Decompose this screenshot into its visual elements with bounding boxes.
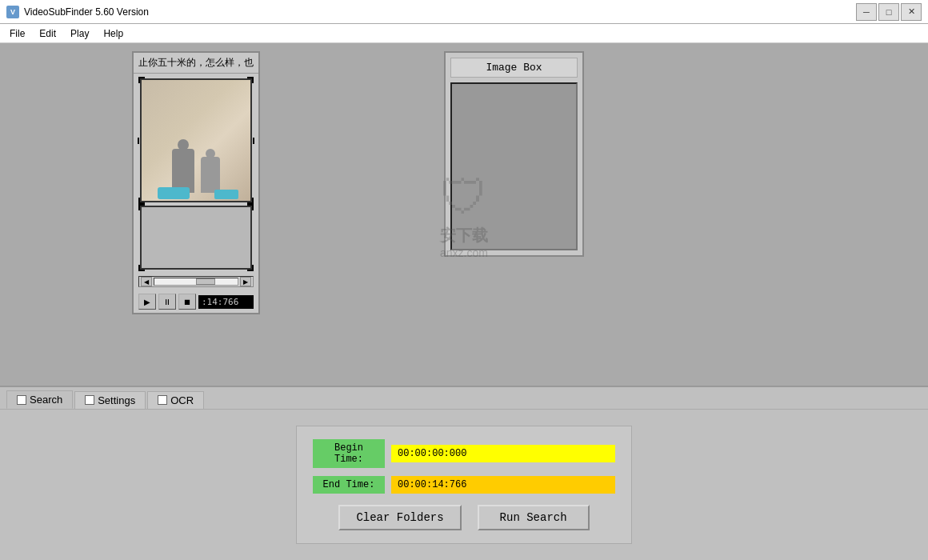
- scroll-left-btn[interactable]: ◀: [141, 277, 152, 286]
- scooter2: [214, 190, 238, 199]
- tab-ocr-checkbox[interactable]: [158, 395, 167, 405]
- video-panel: 止你五十米的，怎么样，也: [132, 51, 260, 314]
- maximize-button[interactable]: □: [878, 3, 899, 21]
- tab-search-checkbox[interactable]: [17, 395, 26, 405]
- begin-time-row: Begin Time: 00:00:00:000: [313, 439, 615, 468]
- end-time-row: End Time: 00:00:14:766: [313, 476, 615, 494]
- tab-ocr[interactable]: OCR: [147, 391, 204, 409]
- run-search-button[interactable]: Run Search: [478, 505, 590, 530]
- tab-ocr-label: OCR: [170, 394, 194, 406]
- time-display: :14:766: [198, 295, 254, 309]
- menu-play[interactable]: Play: [64, 26, 95, 41]
- bottom-corner-bl: [138, 265, 145, 271]
- app-icon: V: [6, 6, 19, 18]
- bottom-corner-tl: [138, 204, 145, 210]
- tab-search[interactable]: Search: [6, 390, 73, 409]
- scroll-right-btn[interactable]: ▶: [240, 277, 251, 286]
- scroll-thumb[interactable]: [196, 278, 215, 285]
- menu-help[interactable]: Help: [97, 26, 130, 41]
- tab-settings-checkbox[interactable]: [85, 395, 94, 405]
- subtitle-text: 止你五十米的，怎么样，也: [134, 53, 258, 74]
- video-frames: [134, 74, 258, 270]
- stop-button[interactable]: ⏹: [178, 294, 196, 310]
- pause-button[interactable]: ⏸: [158, 294, 176, 310]
- image-box-panel: Image Box: [444, 51, 584, 257]
- app-title: VideoSubFinder 5.60 Version: [24, 6, 149, 18]
- person2-silhouette: [201, 157, 220, 193]
- bottom-panel: Search Settings OCR Begin Time: 00:00:00…: [0, 386, 928, 560]
- frame-corner-tl: [138, 77, 145, 83]
- search-box: Begin Time: 00:00:00:000 End Time: 00:00…: [296, 426, 632, 544]
- title-bar-left: V VideoSubFinder 5.60 Version: [6, 6, 149, 18]
- image-box-label: Image Box: [450, 58, 578, 78]
- main-area: 止你五十米的，怎么样，也: [0, 43, 928, 386]
- video-content: [172, 149, 220, 193]
- begin-time-label: Begin Time:: [313, 439, 385, 468]
- end-time-label: End Time:: [313, 476, 385, 494]
- tab-search-label: Search: [30, 394, 62, 406]
- clear-folders-button[interactable]: Clear Folders: [338, 505, 461, 530]
- tab-settings-label: Settings: [98, 394, 135, 406]
- search-panel: Begin Time: 00:00:00:000 End Time: 00:00…: [0, 410, 928, 560]
- window-controls: ─ □ ✕: [856, 3, 922, 21]
- video-frame-bottom: [140, 206, 252, 270]
- tab-bar: Search Settings OCR: [0, 387, 928, 410]
- bottom-corner-tr: [247, 204, 254, 210]
- menu-edit[interactable]: Edit: [33, 26, 62, 41]
- title-bar: V VideoSubFinder 5.60 Version ─ □ ✕: [0, 0, 928, 24]
- frame-mid-left: [138, 138, 144, 144]
- person1-silhouette: [172, 149, 194, 193]
- bottom-corner-br: [247, 265, 254, 271]
- scooter1: [158, 187, 190, 199]
- video-frame-top: [140, 78, 252, 202]
- image-box-content: [450, 82, 578, 250]
- begin-time-value: 00:00:00:000: [391, 445, 615, 462]
- action-buttons-row: Clear Folders Run Search: [313, 505, 615, 530]
- menu-bar: File Edit Play Help: [0, 24, 928, 43]
- tab-settings[interactable]: Settings: [74, 391, 146, 409]
- menu-file[interactable]: File: [3, 26, 31, 41]
- video-scrollbar[interactable]: ◀ ▶: [138, 276, 254, 287]
- end-time-value: 00:00:14:766: [391, 476, 615, 494]
- frame-corner-br: [247, 198, 254, 204]
- frame-mid-right: [248, 138, 254, 144]
- minimize-button[interactable]: ─: [856, 3, 877, 21]
- play-button[interactable]: ▶: [138, 294, 156, 310]
- frame-corner-bl: [138, 198, 145, 204]
- close-button[interactable]: ✕: [901, 3, 922, 21]
- scroll-track[interactable]: [154, 278, 238, 286]
- controls-bar: ▶ ⏸ ⏹ :14:766: [134, 290, 258, 313]
- frame-corner-tr: [247, 77, 254, 83]
